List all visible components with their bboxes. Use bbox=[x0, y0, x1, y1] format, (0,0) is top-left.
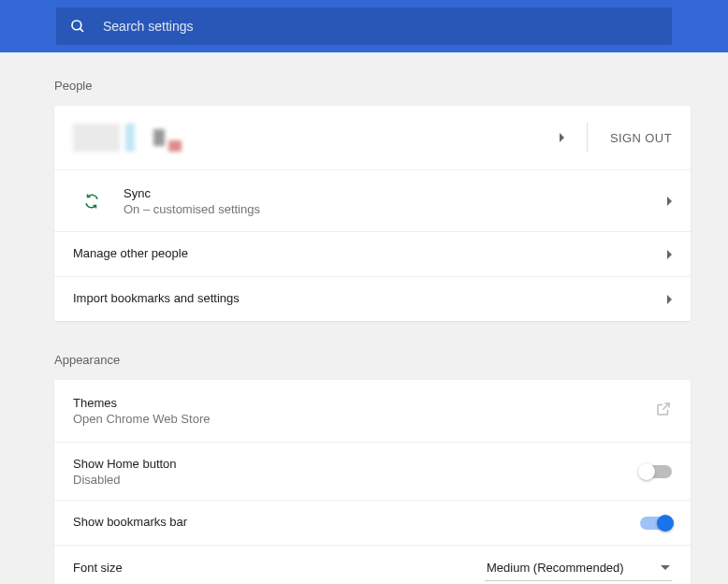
show-home-title: Show Home button bbox=[73, 457, 640, 471]
divider bbox=[587, 123, 588, 153]
themes-title: Themes bbox=[73, 396, 655, 410]
profile-row[interactable]: SIGN OUT bbox=[54, 106, 691, 169]
settings-content: People SIGN OUT bbox=[0, 52, 728, 584]
show-bookmarks-toggle[interactable] bbox=[640, 517, 672, 530]
show-home-row: Show Home button Disabled bbox=[54, 442, 691, 500]
themes-row[interactable]: Themes Open Chrome Web Store bbox=[54, 380, 691, 442]
font-size-title: Font size bbox=[73, 561, 485, 575]
people-card: SIGN OUT Sync On – customised settings M… bbox=[54, 106, 691, 321]
chevron-right-icon bbox=[560, 133, 564, 142]
profile-info bbox=[73, 124, 182, 152]
font-size-row: Font size Medium (Recommended) bbox=[54, 545, 691, 584]
svg-line-2 bbox=[662, 403, 669, 410]
sync-row[interactable]: Sync On – customised settings bbox=[54, 169, 691, 231]
chevron-down-icon bbox=[661, 565, 670, 570]
import-bookmarks-label: Import bookmarks and settings bbox=[73, 291, 667, 305]
sync-icon bbox=[73, 193, 110, 210]
search-container[interactable] bbox=[56, 7, 672, 45]
show-home-toggle[interactable] bbox=[640, 465, 672, 478]
chevron-right-icon bbox=[667, 250, 672, 259]
section-title-people: People bbox=[54, 79, 691, 93]
sync-title: Sync bbox=[124, 186, 667, 200]
font-size-value: Medium (Recommended) bbox=[487, 561, 624, 575]
manage-people-row[interactable]: Manage other people bbox=[54, 231, 691, 276]
font-size-select[interactable]: Medium (Recommended) bbox=[485, 557, 672, 581]
search-icon bbox=[69, 18, 86, 35]
manage-people-label: Manage other people bbox=[73, 246, 667, 260]
svg-point-0 bbox=[72, 21, 81, 30]
sign-out-button[interactable]: SIGN OUT bbox=[610, 131, 672, 145]
appearance-card: Themes Open Chrome Web Store Show Home b… bbox=[54, 380, 691, 584]
chevron-right-icon bbox=[667, 295, 672, 304]
show-bookmarks-title: Show bookmarks bar bbox=[73, 515, 640, 529]
import-bookmarks-row[interactable]: Import bookmarks and settings bbox=[54, 276, 691, 321]
section-title-appearance: Appearance bbox=[54, 353, 691, 367]
show-bookmarks-row: Show bookmarks bar bbox=[54, 500, 691, 545]
sync-subtitle: On – customised settings bbox=[124, 202, 667, 216]
external-link-icon bbox=[655, 401, 672, 421]
themes-subtitle: Open Chrome Web Store bbox=[73, 412, 655, 426]
search-input[interactable] bbox=[103, 19, 659, 34]
show-home-subtitle: Disabled bbox=[73, 473, 640, 487]
svg-line-1 bbox=[80, 28, 83, 32]
chevron-right-icon bbox=[667, 197, 672, 206]
header-bar bbox=[0, 0, 728, 52]
